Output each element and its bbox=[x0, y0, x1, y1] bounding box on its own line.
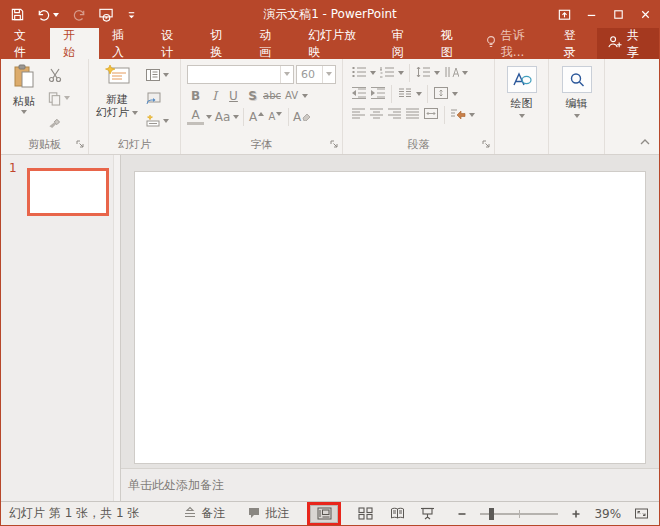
ribbon-display-options-icon[interactable] bbox=[551, 1, 578, 28]
slide-canvas[interactable] bbox=[134, 171, 646, 464]
increase-indent-icon[interactable] bbox=[370, 86, 386, 103]
align-left-icon[interactable] bbox=[351, 107, 366, 123]
zoom-out-button[interactable] bbox=[451, 503, 473, 525]
convert-smartart-dropdown-icon[interactable] bbox=[469, 113, 475, 117]
tab-slideshow[interactable]: 幻灯片放映 bbox=[295, 28, 379, 59]
collapse-ribbon-icon[interactable] bbox=[639, 136, 651, 149]
font-size-dropdown-icon[interactable] bbox=[322, 66, 335, 83]
thumbnail-scrollbar[interactable] bbox=[113, 155, 120, 501]
align-text-dropdown-icon[interactable] bbox=[452, 92, 458, 96]
tab-animations[interactable]: 动画 bbox=[246, 28, 295, 59]
bold-button[interactable]: B bbox=[187, 86, 204, 105]
copy-button[interactable] bbox=[45, 88, 72, 108]
notes-pane[interactable]: 单击此处添加备注 bbox=[121, 468, 659, 501]
tab-insert[interactable]: 插入 bbox=[99, 28, 148, 59]
slide-sorter-view-button[interactable] bbox=[354, 503, 376, 525]
text-direction-dropdown-icon[interactable] bbox=[462, 71, 468, 75]
font-name-dropdown-icon[interactable] bbox=[280, 66, 293, 83]
reading-view-button[interactable] bbox=[386, 503, 408, 525]
zoom-in-button[interactable] bbox=[565, 503, 587, 525]
tab-home[interactable]: 开始 bbox=[50, 28, 99, 59]
columns-dropdown-icon[interactable] bbox=[416, 92, 422, 96]
change-case-button[interactable]: Aa bbox=[214, 107, 231, 126]
align-right-icon[interactable] bbox=[387, 107, 402, 123]
close-button[interactable] bbox=[632, 1, 659, 28]
customize-qat-icon[interactable] bbox=[126, 9, 137, 21]
distribute-icon[interactable] bbox=[423, 107, 439, 123]
line-spacing-icon[interactable] bbox=[415, 65, 431, 82]
tell-me-box[interactable]: 告诉我... bbox=[477, 28, 554, 59]
clear-formatting-button[interactable]: A bbox=[293, 107, 311, 126]
copy-dropdown-icon[interactable] bbox=[64, 96, 70, 100]
justify-icon[interactable] bbox=[405, 107, 420, 123]
align-center-icon[interactable] bbox=[369, 107, 384, 123]
editing-dropdown-icon[interactable] bbox=[574, 114, 580, 118]
font-size-combo[interactable]: 60 bbox=[296, 65, 336, 84]
normal-view-button[interactable] bbox=[310, 505, 338, 523]
change-case-dropdown-icon[interactable] bbox=[233, 115, 239, 119]
strikethrough-button[interactable]: abc bbox=[263, 86, 281, 105]
undo-dropdown-icon[interactable] bbox=[53, 13, 59, 17]
reset-slide-button[interactable] bbox=[143, 88, 171, 108]
new-slide-label-line1: 新建 bbox=[106, 93, 128, 106]
bullets-dropdown-icon[interactable] bbox=[370, 71, 376, 75]
comments-toggle[interactable]: 批注 bbox=[247, 505, 289, 522]
share-button[interactable]: 共享 bbox=[597, 28, 659, 59]
tab-design[interactable]: 设计 bbox=[148, 28, 197, 59]
bullets-icon[interactable] bbox=[351, 65, 367, 82]
sign-in-button[interactable]: 登录 bbox=[554, 28, 597, 59]
character-spacing-button[interactable]: AV bbox=[283, 86, 300, 105]
convert-smartart-icon[interactable] bbox=[450, 107, 466, 123]
paragraph-dialog-launcher-icon[interactable] bbox=[481, 139, 491, 152]
save-icon[interactable] bbox=[10, 7, 25, 22]
section-button[interactable] bbox=[143, 111, 171, 131]
tab-view[interactable]: 视图 bbox=[428, 28, 477, 59]
tab-review[interactable]: 审阅 bbox=[379, 28, 428, 59]
slideshow-view-button[interactable] bbox=[417, 503, 439, 525]
grow-font-button[interactable]: A bbox=[248, 107, 265, 126]
minimize-button[interactable] bbox=[578, 1, 605, 28]
maximize-button[interactable] bbox=[605, 1, 632, 28]
undo-icon[interactable] bbox=[36, 8, 59, 22]
cut-button[interactable] bbox=[45, 65, 72, 85]
editing-button[interactable]: 编辑 bbox=[562, 62, 592, 137]
layout-button[interactable] bbox=[143, 65, 171, 85]
align-text-icon[interactable] bbox=[433, 86, 449, 103]
character-spacing-dropdown-icon[interactable] bbox=[302, 94, 308, 98]
start-slideshow-icon[interactable] bbox=[98, 7, 115, 23]
notes-toggle[interactable]: 备注 bbox=[183, 505, 225, 522]
numbering-icon[interactable] bbox=[379, 65, 395, 82]
paste-dropdown-icon[interactable] bbox=[21, 110, 27, 114]
section-dropdown-icon[interactable] bbox=[163, 119, 169, 123]
clipboard-dialog-launcher-icon[interactable] bbox=[75, 139, 85, 152]
font-color-button[interactable]: A bbox=[187, 109, 204, 125]
font-name-combo[interactable] bbox=[187, 65, 294, 84]
layout-dropdown-icon[interactable] bbox=[163, 73, 169, 77]
underline-button[interactable]: U bbox=[225, 86, 242, 105]
new-slide-button[interactable]: 新建 幻灯片 bbox=[91, 62, 143, 137]
drawing-button[interactable]: 绘图 bbox=[507, 62, 537, 137]
drawing-dropdown-icon[interactable] bbox=[519, 114, 525, 118]
text-shadow-button[interactable]: S bbox=[244, 86, 261, 105]
format-painter-button[interactable] bbox=[45, 111, 72, 131]
text-direction-icon[interactable] bbox=[443, 65, 459, 82]
paste-label: 粘贴 bbox=[13, 95, 35, 108]
slide-thumbnail[interactable] bbox=[27, 168, 109, 216]
numbering-dropdown-icon[interactable] bbox=[398, 71, 404, 75]
zoom-level[interactable]: 39% bbox=[594, 507, 621, 521]
ribbon-filler bbox=[605, 59, 659, 154]
tab-transitions[interactable]: 切换 bbox=[197, 28, 246, 59]
paste-button[interactable]: 粘贴 bbox=[3, 62, 45, 137]
shrink-font-button[interactable]: A bbox=[267, 107, 284, 126]
tab-file[interactable]: 文件 bbox=[1, 28, 50, 59]
fit-slide-to-window-button[interactable] bbox=[630, 503, 652, 525]
font-dialog-launcher-icon[interactable] bbox=[329, 139, 339, 152]
italic-button[interactable]: I bbox=[206, 86, 223, 105]
new-slide-dropdown-icon[interactable] bbox=[132, 111, 138, 115]
zoom-slider[interactable] bbox=[480, 507, 558, 521]
line-spacing-dropdown-icon[interactable] bbox=[434, 71, 440, 75]
columns-icon[interactable] bbox=[397, 86, 413, 103]
font-color-dropdown-icon[interactable] bbox=[206, 115, 212, 119]
zoom-slider-thumb[interactable] bbox=[489, 508, 494, 520]
decrease-indent-icon[interactable] bbox=[351, 86, 367, 103]
